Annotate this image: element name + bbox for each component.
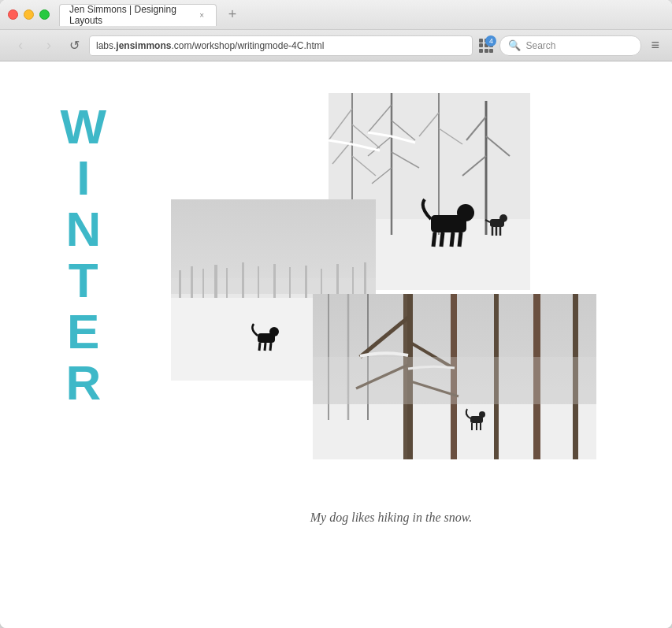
photos-container [171,93,612,487]
close-button[interactable] [8,9,18,20]
menu-button[interactable]: ≡ [648,37,663,54]
url-bar[interactable]: labs.jensimmons.com/workshop/writingmode… [89,35,473,56]
active-tab[interactable]: Jen Simmons | Designing Layouts × [59,4,217,26]
svg-line-35 [459,232,461,247]
letter-n: N [65,203,99,255]
window-controls [8,9,50,20]
search-bar[interactable]: 🔍 Search [499,35,641,56]
svg-rect-41 [202,269,204,298]
svg-point-75 [479,411,485,418]
svg-rect-50 [336,264,339,298]
svg-line-32 [433,232,435,247]
svg-rect-52 [364,262,366,298]
forward-button[interactable]: › [38,35,60,57]
letter-i: I [76,152,88,203]
url-text: labs.jensimmons.com/workshop/writingmode… [96,40,324,51]
letter-r: R [65,357,99,408]
extensions-button[interactable]: 4 [479,39,493,53]
search-icon: 🔍 [508,39,521,51]
minimize-button[interactable] [24,9,34,20]
svg-rect-73 [313,357,596,404]
svg-line-56 [265,343,265,351]
svg-point-31 [457,204,474,221]
browser-window: Jen Simmons | Designing Layouts × + ‹ › … [0,0,672,628]
maximize-button[interactable] [39,9,50,20]
page-caption: My dog likes hiking in the snow. [171,511,612,525]
svg-line-33 [441,232,443,247]
photo-3 [313,294,596,459]
svg-rect-47 [289,267,291,298]
svg-rect-46 [273,264,276,298]
letter-w: W [61,101,106,152]
letter-t: T [69,255,97,306]
back-button[interactable]: ‹ [9,35,32,57]
reload-button[interactable]: ↺ [69,38,80,53]
letter-e: E [67,306,98,357]
page-content: W I N T E R [0,61,672,628]
svg-line-57 [270,343,271,351]
address-bar: ‹ › ↺ labs.jensimmons.com/workshop/writi… [0,30,672,61]
svg-point-54 [269,327,279,336]
title-bar: Jen Simmons | Designing Layouts × + [0,0,672,30]
svg-point-25 [499,214,507,222]
svg-line-55 [259,343,260,351]
tab-bar: Jen Simmons | Designing Layouts × + [59,4,664,26]
svg-rect-48 [305,266,307,298]
svg-rect-45 [258,266,259,298]
winter-text: W I N T E R [61,101,106,409]
search-placeholder: Search [525,40,555,51]
tab-close-icon[interactable]: × [197,9,206,20]
svg-line-34 [451,232,453,247]
tab-title: Jen Simmons | Designing Layouts [69,4,191,26]
svg-rect-43 [226,268,228,298]
badge-count: 4 [485,35,496,46]
page-inner: W I N T E R [61,93,612,525]
new-tab-button[interactable]: + [221,4,243,26]
svg-rect-42 [214,265,217,298]
svg-rect-39 [179,270,181,298]
svg-rect-44 [242,262,244,298]
svg-rect-40 [191,266,193,298]
